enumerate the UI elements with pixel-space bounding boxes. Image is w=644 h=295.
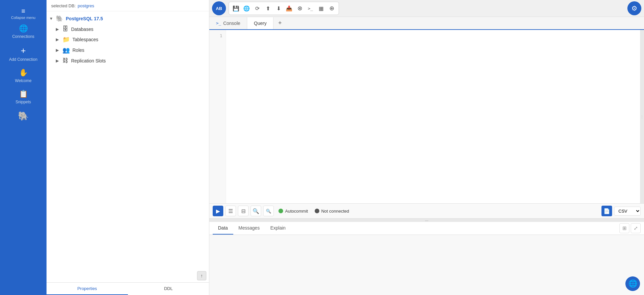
welcome-label: Welcome (15, 78, 32, 83)
snippets-icon: 📋 (19, 90, 28, 98)
tablespaces-chevron: ▶ (56, 37, 60, 42)
tree-node-root[interactable]: ▼ 🐘 PostgreSQL 17.5 (47, 13, 209, 24)
sidebar-item-add-connection[interactable]: + Add Connection (0, 42, 47, 65)
toolbar-plus-btn[interactable]: ⊕ (327, 3, 337, 13)
expand-view-icon: ⤢ (634, 225, 638, 231)
toolbar-right: 📄 CSV JSON XML (601, 206, 641, 216)
collapse-menu-button[interactable]: ≡ Collapse menu (0, 4, 47, 21)
tree-tab-ddl[interactable]: DDL (128, 283, 209, 295)
sidebar: ≡ Collapse menu 🌐 Connections + Add Conn… (0, 0, 47, 295)
not-connected-label: Not connected (321, 209, 349, 214)
tree-tab-properties[interactable]: Properties (47, 283, 128, 295)
autocommit-label: Autocommit (285, 209, 308, 214)
tablespaces-icon: 📁 (62, 36, 70, 43)
welcome-icon: ✋ (19, 68, 28, 77)
main-area: AB 💾 🌐 ⟳ ⬆ ⬇ 📥 ⊗ >_ (209, 0, 644, 295)
replication-slots-icon: ⛓ (62, 57, 68, 64)
toolbar-globe-btn[interactable]: 🌐 (242, 3, 252, 13)
toolbar-plus-icon: ⊕ (329, 5, 334, 12)
toolbar-download-icon: ⬇ (276, 5, 281, 12)
root-label: PostgreSQL 17.5 (66, 16, 103, 21)
run-button[interactable]: ▶ (213, 206, 223, 216)
tree-node-roles[interactable]: ▶ 👥 Roles (47, 45, 209, 55)
toolbar-download-btn[interactable]: ⬇ (273, 3, 283, 13)
tree-node-databases[interactable]: ▶ 🗄 Databases (47, 24, 209, 34)
bottom-right-globe-icon: 🌐 (628, 279, 637, 288)
expand-view-button[interactable]: ⤢ (631, 223, 641, 233)
toolbar-cancel-icon: ⊗ (297, 5, 302, 12)
tree-scroll-button[interactable]: ↑ (197, 271, 206, 280)
export-icon: 📄 (603, 208, 610, 214)
tree-bottom-tabs: Properties DDL (47, 282, 209, 295)
toolbar-terminal-btn[interactable]: >_ (305, 3, 315, 13)
results-tab-data[interactable]: Data (213, 222, 233, 235)
tab-add-button[interactable]: + (273, 17, 286, 29)
editor-tabs: >_ Console Query + (209, 17, 644, 30)
autocommit-area: Autocommit (278, 209, 308, 214)
toolbar-globe-icon: 🌐 (243, 5, 250, 12)
line-numbers: 1 (209, 30, 226, 203)
sidebar-item-connections[interactable]: 🌐 Connections (0, 21, 47, 42)
root-pg-icon: 🐘 (56, 15, 63, 22)
export-button[interactable]: 📄 (601, 206, 612, 216)
results-area: Data Messages Explain ⊞ ⤢ (209, 222, 644, 295)
toolbar-import-btn[interactable]: 📥 (284, 3, 294, 13)
toolbar-grid-icon: ▦ (319, 5, 324, 12)
tree-header: selected DB: postgres (47, 0, 209, 11)
sidebar-item-welcome[interactable]: ✋ Welcome (0, 65, 47, 86)
replication-slots-chevron: ▶ (56, 58, 60, 63)
toolbar-import-icon: 📥 (286, 5, 292, 12)
add-connection-icon: + (21, 46, 26, 56)
tablespaces-label: Tablespaces (72, 37, 98, 42)
zoom-out-button[interactable]: 🔍 (263, 206, 274, 216)
horizontal-resize-handle[interactable]: ― (209, 219, 644, 222)
tab-console[interactable]: >_ Console (209, 17, 247, 29)
query-toolbar: ▶ ☰ ⊟ 🔍 🔍 Autocommit Not connected (209, 203, 644, 219)
pg-icon: 🐘 (18, 111, 29, 121)
toolbar-cancel-btn[interactable]: ⊗ (295, 3, 305, 13)
format-icon: ☰ (228, 208, 233, 214)
grid-view-button[interactable]: ⊞ (619, 223, 629, 233)
settings-button[interactable]: ⚙ (627, 1, 641, 15)
vertical-resize-handle[interactable]: ⋮ (640, 30, 644, 203)
editor-area: >_ Console Query + 1 ⋮ ▶ (209, 17, 644, 295)
toolbar-terminal-icon: >_ (308, 6, 313, 11)
connection-status: Not connected (315, 209, 349, 214)
tab-query[interactable]: Query (247, 17, 273, 29)
hamburger-icon: ≡ (21, 7, 25, 15)
toolbar-grid-btn[interactable]: ▦ (316, 3, 326, 13)
autocommit-indicator (278, 209, 283, 213)
zoom-out-icon: 🔍 (266, 209, 271, 214)
ab-badge[interactable]: AB (212, 1, 226, 15)
settings-icon: ⚙ (631, 4, 637, 12)
toolbar-refresh-btn[interactable]: ⟳ (252, 3, 262, 13)
connections-icon: 🌐 (19, 24, 28, 33)
sidebar-item-snippets[interactable]: 📋 Snippets (0, 86, 47, 108)
selected-db-name: postgres (78, 3, 94, 8)
export-format-select[interactable]: CSV JSON XML (614, 207, 641, 216)
grid-view-icon: ⊞ (622, 225, 627, 231)
results-content (209, 235, 644, 295)
tree-content: ▼ 🐘 PostgreSQL 17.5 ▶ 🗄 Databases ▶ 📁 Ta… (47, 11, 209, 282)
roles-chevron: ▶ (56, 48, 60, 52)
databases-icon: 🗄 (62, 26, 68, 33)
bottom-right-globe-button[interactable]: 🌐 (625, 276, 640, 291)
results-tab-messages[interactable]: Messages (233, 222, 265, 235)
connections-label: Connections (12, 34, 35, 39)
code-content[interactable] (226, 30, 640, 203)
tree-node-tablespaces[interactable]: ▶ 📁 Tablespaces (47, 34, 209, 45)
toolbar-refresh-icon: ⟳ (255, 5, 260, 12)
sidebar-item-pg[interactable]: 🐘 (0, 108, 47, 126)
code-editor: 1 (209, 30, 640, 203)
toolbar-save-btn[interactable]: 💾 (231, 3, 241, 13)
results-tab-explain[interactable]: Explain (265, 222, 291, 235)
tree-node-replication-slots[interactable]: ▶ ⛓ Replication Slots (47, 55, 209, 66)
format-button[interactable]: ☰ (225, 206, 236, 216)
snippets-label: Snippets (16, 100, 31, 104)
list-button[interactable]: ⊟ (238, 206, 249, 216)
toolbar-save-icon: 💾 (233, 5, 239, 12)
collapse-menu-label: Collapse menu (11, 16, 35, 20)
search-button[interactable]: 🔍 (251, 206, 261, 216)
line-number-1: 1 (209, 33, 226, 40)
toolbar-upload-btn[interactable]: ⬆ (263, 3, 273, 13)
